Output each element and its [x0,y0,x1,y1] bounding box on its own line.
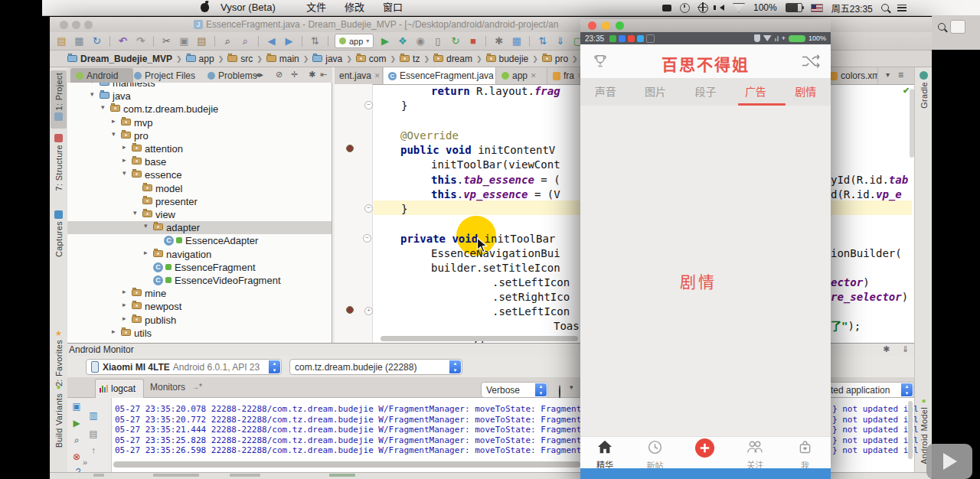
tree-item-model[interactable]: model [67,182,332,195]
panel-header-icon[interactable]: ✛ [291,70,298,80]
tree-item-essence[interactable]: ▾essence [67,168,332,181]
app-tab-剧情[interactable]: 剧情 [781,79,831,106]
breadcrumb-item-app[interactable]: app [186,54,214,64]
close-icon[interactable]: ✕ [374,72,381,80]
chevron-collapsed-icon[interactable]: ▸ [112,327,116,335]
log-line[interactable]: 05-27 23:35:21.444 22288-22288/com.tz.dr… [115,425,606,435]
wrap-log-icon[interactable]: ▤ [87,428,100,439]
chevron-collapsed-icon[interactable]: ▸ [122,143,126,151]
nav-item-post[interactable] [682,438,728,461]
editor-vscrollbar[interactable] [910,89,914,158]
close-icon[interactable] [60,21,68,29]
menubar-clock[interactable]: 周五23:35 [831,2,873,15]
code-line[interactable]: Toas [554,319,580,334]
chevron-collapsed-icon[interactable]: ▸ [122,301,126,308]
log-search-dropdown-icon[interactable]: ▾ [570,383,573,391]
compile-icon[interactable]: ⇅ [309,34,322,47]
redo-icon[interactable]: ↷ [134,34,147,47]
zoom-icon[interactable] [616,21,624,30]
project-structure-icon[interactable]: ▦ [510,34,523,47]
panel-header-icon[interactable]: ⊘ [276,70,283,80]
code-line[interactable]: this.tab_essence = ( [431,173,560,187]
attach-debugger-icon[interactable]: ▯ [431,34,444,47]
tree-item-utils[interactable]: ▸utils [67,327,332,340]
code-line[interactable]: @Override [400,129,459,143]
breadcrumb-item-java[interactable]: java [312,54,342,64]
tab-monitors[interactable]: Monitors [150,382,185,393]
code-line[interactable]: .setRightIco [492,290,570,305]
tab-logcat[interactable]: logcat [95,379,144,398]
editor-tab-EssenceFragment.java[interactable]: CEssenceFragment.java✕ [384,67,496,84]
minimize-icon[interactable] [602,21,610,30]
project-view-tab-project-files[interactable]: Project Files [129,68,210,83]
chevron-expanded-icon[interactable]: ▾ [133,209,137,217]
tool-window-tab-7-structure[interactable]: 7: Structure [51,132,67,208]
teamviewer-icon[interactable] [662,5,671,11]
panel-header-icon[interactable]: ◂▸ [255,70,263,80]
tree-item-pro[interactable]: ▾pro [67,129,332,142]
crosshair-icon[interactable] [698,3,708,13]
logcat-vscrollbar[interactable] [908,401,913,459]
chevron-expanded-icon[interactable]: ▾ [122,169,126,177]
tool-window-tab-build-variants[interactable]: ●Build Variants [51,381,67,451]
cut-icon[interactable]: ✂ [160,34,173,47]
logcat-hscrollbar[interactable] [113,461,580,468]
screen-record-icon[interactable]: ▶ [70,418,83,428]
log-line[interactable]: 05-27 23:35:25.828 22288-22288/com.tz.dr… [115,435,606,445]
code-line-fragment[interactable]: yId(R.id.tab [831,173,908,187]
chevron-collapsed-icon[interactable]: ▸ [122,156,126,164]
tree-item-java[interactable]: ▾java [67,90,332,103]
replace-icon[interactable]: ⌕ [239,34,252,47]
breadcrumb-item-main[interactable]: main [266,54,299,64]
fold-icon[interactable]: − [363,234,371,243]
menu-item-1[interactable]: Vysor (Beta) [220,0,276,15]
log-line[interactable]: 05-27 23:35:26.598 22288-22288/com.tz.dr… [115,445,606,455]
tree-item-newpost[interactable]: ▸newpost [67,300,332,313]
chevron-collapsed-icon[interactable]: ▸ [112,117,116,125]
code-line[interactable]: this.vp_essence = (V [431,187,560,202]
shuffle-icon[interactable] [802,54,820,68]
tool-window-tab-gradle[interactable]: Gradle [916,69,932,118]
monitor-settings-icon[interactable]: ✱ [883,344,890,354]
code-line-fragment[interactable]: ionBuilder( [831,246,902,261]
editor-tab-dropdown-icon[interactable]: ▾ [886,70,890,79]
editor-tab-fra[interactable]: fra✕ [548,67,580,84]
app-tab-段子[interactable]: 段子 [681,79,730,106]
breadcrumb-item-src[interactable]: src [227,54,253,64]
tool-window-tab-2-favorites[interactable]: ★2: Favorites [51,327,67,383]
breadcrumb-item-dream[interactable]: dream [433,54,472,64]
volume-icon[interactable] [717,5,724,11]
open-folder-icon[interactable]: ▤ [55,34,68,47]
run-icon[interactable]: ▶ [378,34,391,47]
code-line[interactable]: initToolBar(viewCont [431,158,560,172]
coverage-icon[interactable]: ◉ [413,34,426,47]
tree-item-EssenceAdapter[interactable]: CEssenceAdapter [67,234,332,247]
code-line[interactable]: } [401,99,407,113]
code-line[interactable]: EssenceNavigationBui [431,246,560,261]
wifi-icon[interactable] [733,3,745,12]
fold-icon[interactable]: + [364,307,373,315]
menu-item-4[interactable]: 窗口 [383,0,403,15]
code-line-fragment[interactable]: re_selector) [831,290,908,305]
code-line[interactable]: builder.setTitleIcon [431,261,560,275]
tree-item-mvp[interactable]: ▸mvp [67,116,332,129]
copy-icon[interactable]: ▣ [178,34,191,47]
chevron-expanded-icon[interactable]: ▾ [90,83,94,85]
undo-icon[interactable]: ↶ [116,34,129,47]
paste-icon[interactable]: ▤ [195,34,208,47]
chevron-expanded-icon[interactable]: ▾ [101,103,105,111]
vysor-titlebar[interactable] [580,19,831,32]
tree-item-navigation[interactable]: ▸navigation [67,248,332,261]
tree-item-adapter[interactable]: ▾adapter [67,221,332,234]
nav-item-关注[interactable]: 关注 [732,439,778,471]
close-icon[interactable]: ✕ [531,72,537,80]
app-tab-广告[interactable]: 广告 [730,79,780,106]
debug-icon[interactable]: ❖ [396,34,409,47]
zoom-icon[interactable] [84,21,93,29]
app-tab-声音[interactable]: 声音 [580,79,630,106]
editor-tab-ent.java[interactable]: ent.java✕ [335,67,383,84]
stop-icon[interactable]: ■ [466,34,479,47]
input-language-flag-icon[interactable] [811,4,823,12]
override-marker-icon[interactable] [346,145,354,152]
fold-icon[interactable]: − [364,204,373,213]
